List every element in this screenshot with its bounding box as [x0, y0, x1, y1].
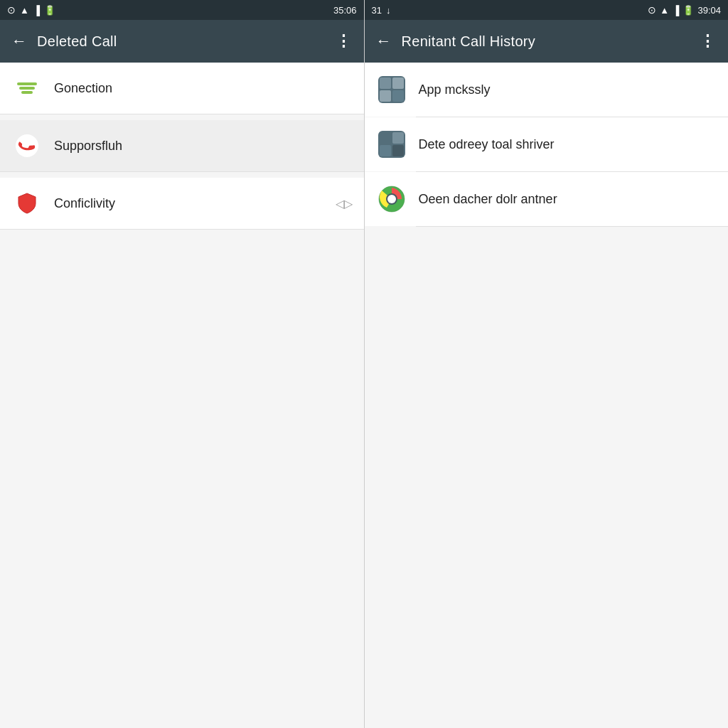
phone-icon-wrapper — [11, 130, 43, 161]
shield-red-icon — [14, 191, 40, 216]
right-battery-icon: 🔋 — [682, 5, 694, 16]
right-signal-icon: ▐ — [673, 5, 679, 16]
connection-label: Gonection — [54, 81, 353, 96]
right-more-button[interactable]: ⋮ — [700, 32, 717, 50]
right-divider-3 — [416, 226, 729, 227]
left-battery-icon: 🔋 — [44, 5, 55, 16]
screens-container: ⊙ ▲ ▐ 🔋 35:06 ← Deleted Call ⋮ — [0, 0, 728, 728]
app-mckssly-icon-wrapper — [376, 74, 407, 105]
right-wifi-icon: ▲ — [660, 5, 669, 16]
left-status-icon: ⊙ — [7, 4, 16, 16]
shield-icon-wrapper — [11, 188, 43, 219]
list-item-support[interactable]: Supporsfluh — [0, 120, 364, 172]
oeen-dacher-label: Oeen dacher dolr antner — [419, 192, 717, 207]
right-status-number: 31 — [372, 5, 382, 16]
left-signal-icon: ▐ — [33, 5, 40, 16]
left-wifi-icon: ▲ — [20, 5, 29, 16]
dete-odreey-icon-wrapper — [376, 129, 407, 160]
list-item-connection[interactable]: Gonection — [0, 63, 364, 114]
phone-red-icon — [14, 133, 40, 159]
right-app-bar: ← Renitant Call History ⋮ — [365, 20, 729, 63]
left-app-bar: ← Deleted Call ⋮ — [0, 20, 364, 63]
left-screen-title: Deleted Call — [37, 33, 326, 50]
wifi-stack-icon — [17, 82, 37, 94]
chrome-icon — [378, 185, 406, 213]
oeen-dacher-icon-wrapper — [376, 183, 407, 215]
conficlivity-arrow-icon: ◁▷ — [336, 197, 353, 210]
right-status-bar-right: ⊙ ▲ ▐ 🔋 39:04 — [648, 4, 721, 16]
right-list-container: App mckssly Dete odreey toal shriver — [365, 63, 729, 728]
left-list-container: Gonection Supporsfluh — [0, 63, 364, 728]
left-back-button[interactable]: ← — [11, 33, 27, 49]
left-more-button[interactable]: ⋮ — [336, 32, 353, 50]
app-mckssly-label: App mckssly — [419, 82, 717, 97]
connection-icon — [11, 73, 43, 104]
svg-point-4 — [387, 195, 396, 203]
left-screen-panel: ⊙ ▲ ▐ 🔋 35:06 ← Deleted Call ⋮ — [0, 0, 365, 728]
gap-2 — [0, 172, 364, 178]
list-item-oeen-dacher[interactable]: Oeen dacher dolr antner — [365, 172, 729, 226]
conficlivity-label: Conficlivity — [54, 196, 336, 211]
left-status-time: 35:06 — [333, 5, 357, 16]
right-back-button[interactable]: ← — [376, 33, 392, 49]
right-status-bar-left: 31 ↓ — [372, 5, 391, 16]
right-screen-title: Renitant Call History — [402, 33, 690, 50]
list-item-dete-odreey[interactable]: Dete odreey toal shriver — [365, 117, 729, 171]
right-status-time: 39:04 — [697, 5, 721, 16]
right-status-bar: 31 ↓ ⊙ ▲ ▐ 🔋 39:04 — [365, 0, 729, 20]
left-status-bar: ⊙ ▲ ▐ 🔋 35:06 — [0, 0, 364, 20]
right-download-icon: ↓ — [386, 5, 391, 16]
gap-1 — [0, 114, 364, 120]
app-grid-2-icon — [378, 131, 405, 158]
dete-odreey-label: Dete odreey toal shriver — [419, 137, 717, 152]
right-screen-panel: 31 ↓ ⊙ ▲ ▐ 🔋 39:04 ← Renitant Call Histo… — [365, 0, 729, 728]
app-grid-1-icon — [378, 76, 405, 103]
list-item-conficlivity[interactable]: Conficlivity ◁▷ — [0, 178, 364, 230]
left-status-bar-left: ⊙ ▲ ▐ 🔋 — [7, 4, 55, 16]
support-label: Supporsfluh — [54, 139, 353, 154]
list-item-app-mckssly[interactable]: App mckssly — [365, 63, 729, 117]
right-status-icon: ⊙ — [648, 4, 656, 16]
